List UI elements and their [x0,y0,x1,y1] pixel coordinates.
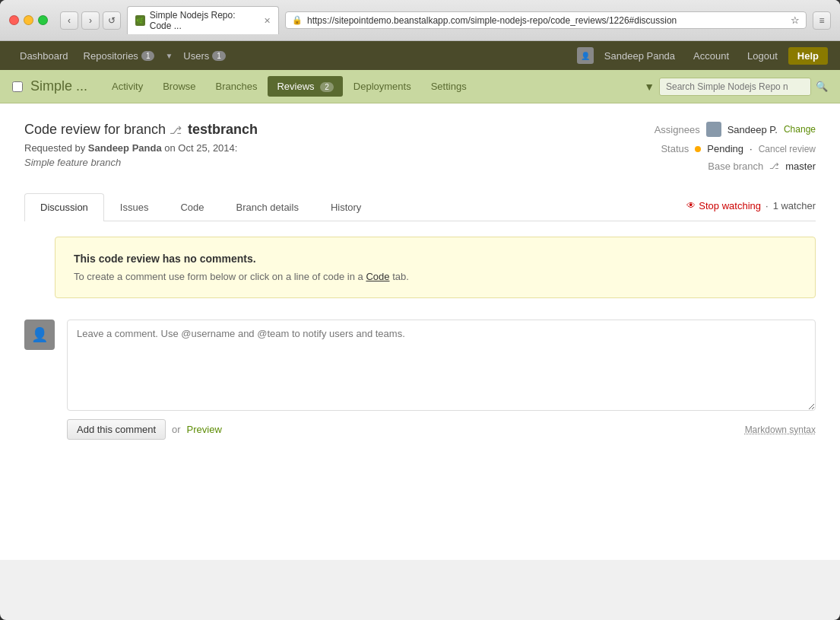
issues-tab[interactable]: Issues [104,193,165,221]
branches-nav-link[interactable]: Branches [207,76,267,97]
search-icon[interactable]: 🔍 [816,81,828,92]
branch-icon: ⎇ [170,124,185,136]
repo-checkbox[interactable] [12,81,23,92]
filter-icon[interactable]: ▼ [644,81,655,93]
requester-name: Sandeep Panda [88,142,162,154]
browser-navigation: ‹ › ↺ [60,11,121,30]
code-tab-link[interactable]: Code [366,271,389,282]
repo-title: Simple ... [30,78,87,94]
logout-link[interactable]: Logout [740,41,785,70]
reviews-nav-link[interactable]: Reviews 2 [268,76,342,97]
settings-nav-link[interactable]: Settings [422,76,476,97]
notice-title: This code review has no comments. [74,253,797,265]
base-branch-value: master [785,161,816,172]
change-assignee-link[interactable]: Change [784,124,816,135]
review-sidebar: Assignees Sandeep P. Change Status Pendi… [655,122,816,178]
notice-box: This code review has no comments. To cre… [55,237,816,298]
comment-form-area: 👤 Add this comment or Preview Markdown s… [24,320,816,440]
repo-nav: Activity Browse Branches Reviews 2 Deplo… [103,76,476,97]
tab-close-button[interactable]: ✕ [264,16,271,26]
watcher-count: 1 watcher [773,200,816,211]
nav-right: 👤 Sandeep Panda Account Logout Help [577,41,828,70]
code-tab[interactable]: Code [164,193,220,221]
browser-titlebar: ‹ › ↺ 🌿 Simple Nodejs Repo: Code ... ✕ 🔒… [0,0,840,41]
traffic-lights [9,15,48,25]
base-branch-icon: ⎇ [769,161,779,171]
commenter-avatar: 👤 [24,320,55,350]
markdown-link[interactable]: Markdown syntax [745,424,816,435]
browse-nav-link[interactable]: Browse [154,76,204,97]
branch-details-tab[interactable]: Branch details [220,193,315,221]
app-navbar: Dashboard Repositories 1 ▼ Users 1 👤 San… [0,41,840,70]
review-header: Code review for branch ⎇ testbranch Requ… [24,122,816,178]
dashboard-link[interactable]: Dashboard [12,41,76,70]
account-link[interactable]: Account [686,41,737,70]
comment-form: Add this comment or Preview Markdown syn… [67,320,816,440]
status-value: Pending [707,143,743,154]
reload-button[interactable]: ↺ [103,11,121,30]
browser-tab[interactable]: 🌿 Simple Nodejs Repo: Code ... ✕ [127,6,279,34]
forward-button[interactable]: › [81,11,100,30]
repo-search-input[interactable] [659,78,811,96]
repo-search: ▼ 🔍 [644,78,828,96]
review-description: Simple feature branch [24,157,258,168]
review-title: Code review for branch ⎇ testbranch [24,122,258,138]
user-avatar: 👤 [577,47,594,64]
comment-form-footer: Add this comment or Preview Markdown syn… [67,419,816,440]
assignee-avatar [706,122,721,137]
username-link[interactable]: Sandeep Panda [597,41,683,70]
history-tab[interactable]: History [315,193,377,221]
assignees-label: Assignees [655,124,700,135]
close-button[interactable] [9,15,19,25]
comment-textarea[interactable] [67,320,816,411]
back-button[interactable]: ‹ [60,11,78,30]
review-title-section: Code review for branch ⎇ testbranch Requ… [24,122,258,178]
assignee-name: Sandeep P. [727,124,778,135]
minimize-button[interactable] [24,15,33,25]
review-meta: Requested by Sandeep Panda on Oct 25, 20… [24,142,258,154]
menu-button[interactable]: ≡ [813,11,831,30]
status-separator: · [750,143,753,154]
reviews-nav-badge: 2 [320,82,334,92]
tab-favicon: 🌿 [135,15,145,26]
lock-icon: 🔒 [292,15,303,25]
repositories-link[interactable]: Repositories 1 [76,41,163,70]
tab-title: Simple Nodejs Repo: Code ... [150,10,259,31]
status-dot [695,146,701,152]
branch-name: testbranch [188,122,258,137]
status-label: Status [661,143,689,154]
status-row: Status Pending · Cancel review [655,143,816,154]
notice-body: To create a comment use form below or cl… [74,271,797,282]
main-content: Code review for branch ⎇ testbranch Requ… [0,103,840,560]
repo-header: Simple ... Activity Browse Branches Revi… [0,70,840,103]
users-badge: 1 [212,51,226,61]
bookmark-icon[interactable]: ☆ [791,14,800,26]
repositories-badge: 1 [141,51,155,61]
watch-area: 👁 Stop watching · 1 watcher [686,200,816,215]
activity-nav-link[interactable]: Activity [103,76,152,97]
add-comment-button[interactable]: Add this comment [67,419,166,440]
stop-watching-link[interactable]: 👁 Stop watching [686,200,761,211]
address-input[interactable] [307,15,786,26]
preview-link[interactable]: Preview [187,424,222,435]
or-text: or [172,424,181,435]
assignees-row: Assignees Sandeep P. Change [655,122,816,137]
help-button[interactable]: Help [788,47,828,65]
base-branch-row: Base branch ⎇ master [655,161,816,172]
base-branch-label: Base branch [708,161,763,172]
tabs: Discussion Issues Code Branch details Hi… [24,193,377,221]
address-bar-container: 🔒 ☆ [285,11,807,29]
users-link[interactable]: Users 1 [176,41,233,70]
eye-icon: 👁 [686,200,696,211]
discussion-tab[interactable]: Discussion [24,193,104,221]
deployments-nav-link[interactable]: Deployments [344,76,420,97]
repositories-dropdown[interactable]: ▼ [162,52,176,60]
tabs-container: Discussion Issues Code Branch details Hi… [24,193,816,221]
maximize-button[interactable] [38,15,48,25]
cancel-review-link[interactable]: Cancel review [759,144,816,154]
